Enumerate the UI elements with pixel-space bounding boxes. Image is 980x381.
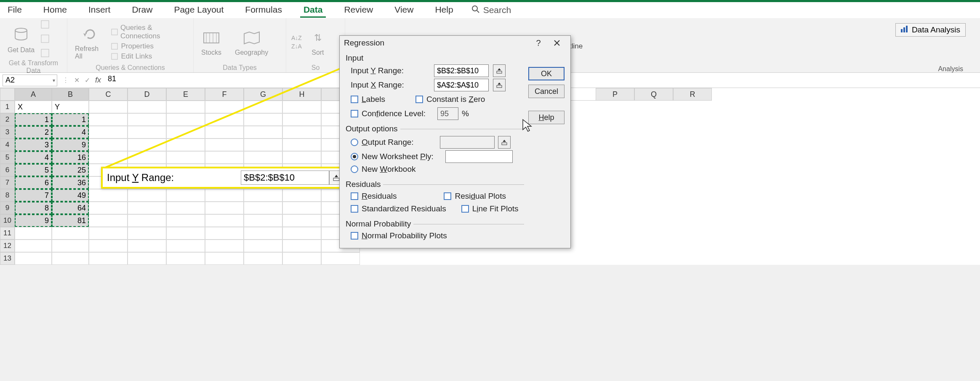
col-header-p[interactable]: P — [596, 88, 634, 101]
cell[interactable] — [244, 240, 282, 252]
fx-icon[interactable]: fx — [95, 76, 101, 85]
cell[interactable]: 9 — [15, 214, 52, 227]
cell[interactable] — [128, 214, 166, 227]
cell[interactable] — [128, 139, 166, 151]
constant-zero-checkbox[interactable]: Constant is Zero — [415, 95, 485, 104]
cell[interactable] — [205, 139, 244, 151]
cell[interactable] — [166, 151, 205, 164]
row-header[interactable]: 8 — [0, 189, 15, 202]
menu-pagelayout[interactable]: Page Layout — [170, 3, 227, 18]
new-workbook-radio[interactable]: New Workbook — [351, 165, 524, 174]
cell[interactable] — [89, 252, 128, 265]
queries-connections-link[interactable]: Queries & Connections — [111, 24, 188, 40]
cell[interactable] — [244, 227, 282, 240]
from-table-icon[interactable] — [40, 48, 50, 59]
output-range-select-button[interactable] — [498, 136, 511, 149]
input-x-select-button[interactable] — [493, 79, 506, 91]
new-worksheet-radio[interactable]: New Worksheet Ply: — [351, 150, 524, 163]
cell[interactable] — [15, 252, 52, 265]
cell[interactable]: 4 — [15, 151, 52, 164]
new-worksheet-name-field[interactable] — [445, 150, 513, 163]
menu-insert[interactable]: Insert — [85, 3, 114, 18]
input-y-select-button[interactable] — [493, 64, 506, 77]
help-button[interactable]: Help — [528, 111, 565, 124]
menu-data[interactable]: Data — [300, 3, 326, 18]
cell[interactable] — [244, 252, 282, 265]
search-box[interactable]: Search — [471, 5, 511, 16]
cell[interactable]: 25 — [52, 164, 89, 176]
cell[interactable] — [15, 240, 52, 252]
cell[interactable] — [205, 101, 244, 113]
menu-home[interactable]: Home — [40, 3, 70, 18]
normal-prob-plots-checkbox[interactable]: Normal Probability Plots — [351, 231, 524, 240]
row-header[interactable]: 3 — [0, 126, 15, 139]
from-web-icon[interactable] — [40, 34, 50, 45]
col-header-q[interactable]: Q — [634, 88, 673, 101]
row-header[interactable]: 7 — [0, 176, 15, 189]
cell[interactable]: 16 — [52, 151, 89, 164]
cell[interactable] — [166, 252, 205, 265]
cell[interactable]: 8 — [15, 202, 52, 214]
geography-button[interactable]: Geography — [232, 27, 271, 57]
cell[interactable] — [282, 202, 321, 214]
cell[interactable] — [205, 227, 244, 240]
cell[interactable] — [166, 101, 205, 113]
cell[interactable]: 64 — [52, 202, 89, 214]
cell[interactable] — [244, 139, 282, 151]
data-analysis-button[interactable]: Data Analysis — [895, 23, 966, 37]
cell[interactable] — [282, 126, 321, 139]
stocks-button[interactable]: Stocks — [199, 27, 224, 57]
col-header-b[interactable]: B — [52, 88, 89, 101]
cell[interactable] — [282, 113, 321, 126]
menu-help[interactable]: Help — [431, 3, 456, 18]
cell[interactable] — [244, 101, 282, 113]
cell[interactable]: 3 — [15, 139, 52, 151]
cell[interactable] — [89, 227, 128, 240]
sort-az-icon[interactable]: A↓Z — [291, 35, 302, 41]
cell[interactable] — [244, 202, 282, 214]
cancel-formula-icon[interactable]: ✕ — [74, 76, 80, 84]
cell[interactable] — [89, 202, 128, 214]
row-header[interactable]: 12 — [0, 240, 15, 252]
enter-formula-icon[interactable]: ✓ — [85, 76, 90, 84]
cell[interactable]: 1 — [52, 113, 89, 126]
cell[interactable]: 4 — [52, 126, 89, 139]
menu-formulas[interactable]: Formulas — [242, 3, 285, 18]
cell[interactable]: Y — [52, 101, 89, 113]
cancel-button[interactable]: Cancel — [528, 85, 565, 98]
dialog-help-button[interactable]: ? — [529, 37, 548, 49]
cell[interactable] — [89, 126, 128, 139]
cell[interactable] — [52, 227, 89, 240]
cell[interactable] — [128, 126, 166, 139]
refresh-all-button[interactable]: Refresh All — [72, 23, 107, 61]
std-residuals-checkbox[interactable]: Standardized Residuals — [351, 204, 446, 213]
row-header[interactable]: 13 — [0, 252, 15, 265]
cell[interactable] — [166, 214, 205, 227]
row-header[interactable]: 2 — [0, 113, 15, 126]
cell[interactable] — [166, 126, 205, 139]
residuals-checkbox[interactable]: Residuals — [351, 192, 397, 201]
menu-review[interactable]: Review — [341, 3, 376, 18]
output-range-radio[interactable]: Output Range: — [351, 136, 524, 149]
row-header[interactable]: 10 — [0, 214, 15, 227]
input-y-range-field[interactable] — [434, 64, 489, 77]
name-box[interactable]: A2 — [3, 75, 57, 86]
row-header[interactable]: 11 — [0, 227, 15, 240]
menu-view[interactable]: View — [391, 3, 417, 18]
cell[interactable] — [128, 101, 166, 113]
edit-links-link[interactable]: Edit Links — [111, 52, 188, 61]
cell[interactable]: 1 — [15, 113, 52, 126]
cell[interactable]: 36 — [52, 176, 89, 189]
cell[interactable] — [166, 240, 205, 252]
line-fit-plots-checkbox[interactable]: Line Fit Plots — [461, 204, 519, 213]
cell[interactable] — [89, 113, 128, 126]
sort-button[interactable]: ⇅ Sort — [305, 27, 330, 57]
dialog-title-bar[interactable]: Regression ? — [340, 36, 570, 50]
cell[interactable] — [166, 227, 205, 240]
cell[interactable] — [166, 113, 205, 126]
input-x-range-field[interactable] — [434, 79, 489, 91]
cell[interactable] — [205, 189, 244, 202]
cell[interactable] — [244, 151, 282, 164]
cell[interactable] — [89, 214, 128, 227]
row-header[interactable]: 6 — [0, 164, 15, 176]
